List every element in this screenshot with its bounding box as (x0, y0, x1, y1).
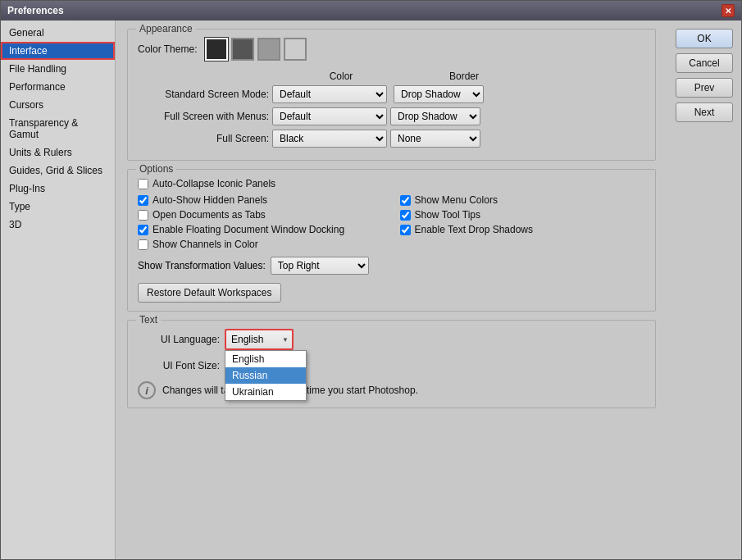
color-swatch-medium-gray[interactable] (257, 38, 280, 61)
standard-screen-mode-row: Standard Screen Mode: Default Drop Shado… (138, 85, 645, 103)
standard-screen-color-select[interactable]: Default (272, 85, 387, 103)
open-docs-tabs-label: Open Documents as Tabs (152, 209, 266, 221)
info-icon: i (138, 381, 156, 399)
auto-collapse-checkbox[interactable] (138, 179, 148, 189)
enable-floating-label: Enable Floating Document Window Docking (152, 224, 344, 235)
font-size-label: UI Font Size: (138, 360, 220, 371)
transform-select[interactable]: Top Right Bottom Right Bottom Left Top L… (271, 257, 369, 275)
title-bar: Preferences ✕ (1, 1, 741, 20)
show-channels-row: Show Channels in Color (138, 239, 384, 250)
options-section-label: Options (136, 163, 176, 175)
sidebar-item-guides-grid-slices[interactable]: Guides, Grid & Slices (1, 162, 115, 180)
open-docs-tabs-row: Open Documents as Tabs (138, 209, 384, 221)
next-button[interactable]: Next (676, 102, 733, 122)
show-channels-label: Show Channels in Color (152, 239, 258, 250)
fullscreen-menus-border-select[interactable]: Drop Shadow (390, 107, 480, 125)
standard-screen-mode-label: Standard Screen Mode: (138, 89, 269, 100)
auto-show-checkbox[interactable] (138, 195, 148, 206)
sidebar-item-type[interactable]: Type (1, 198, 115, 216)
sidebar-item-plug-ins[interactable]: Plug-Ins (1, 180, 115, 198)
info-row: i Changes will take effect the next time… (138, 381, 645, 399)
language-dropdown-trigger[interactable]: English (226, 330, 292, 348)
text-section: Text UI Language: English English Russia… (127, 320, 656, 408)
transform-row: Show Transformation Values: Top Right Bo… (138, 257, 645, 275)
enable-text-drop-checkbox[interactable] (400, 225, 411, 235)
fullscreen-menus-label: Full Screen with Menus: (138, 111, 269, 122)
language-row: UI Language: English English Russian Ukr… (138, 329, 645, 350)
color-col-header: Color (275, 71, 407, 82)
appearance-section-label: Appearance (136, 23, 196, 34)
transform-label: Show Transformation Values: (138, 260, 266, 271)
show-tool-tips-checkbox[interactable] (400, 210, 411, 221)
sidebar-item-transparency-gamut[interactable]: Transparency & Gamut (1, 114, 115, 143)
right-buttons: OK Cancel Prev Next (667, 20, 741, 559)
border-col-header: Border (407, 71, 521, 82)
sidebar-item-performance[interactable]: Performance (1, 78, 115, 96)
cancel-button[interactable]: Cancel (676, 53, 733, 73)
sidebar: General Interface File Handling Performa… (1, 20, 116, 559)
color-swatch-light-gray[interactable] (284, 38, 307, 61)
fullscreen-menus-row: Full Screen with Menus: Default Drop Sha… (138, 107, 645, 125)
title-bar-left: Preferences (7, 5, 64, 16)
options-section: Options Auto-Collapse Iconic Panels Auto… (127, 169, 656, 312)
enable-floating-row: Enable Floating Document Window Docking (138, 224, 384, 235)
enable-text-drop-row: Enable Text Drop Shadows (400, 224, 646, 235)
auto-collapse-label: Auto-Collapse Iconic Panels (152, 178, 275, 189)
options-grid: Auto-Show Hidden Panels Show Menu Colors… (138, 194, 645, 250)
standard-screen-border-select[interactable]: Drop Shadow (394, 85, 484, 103)
fullscreen-row: Full Screen: Black None (138, 130, 645, 148)
show-channels-checkbox[interactable] (138, 239, 148, 250)
enable-floating-checkbox[interactable] (138, 225, 148, 235)
close-button[interactable]: ✕ (722, 4, 735, 17)
auto-show-label: Auto-Show Hidden Panels (152, 194, 267, 206)
sidebar-item-file-handling[interactable]: File Handling (1, 60, 115, 78)
fullscreen-border-select[interactable]: None (390, 130, 480, 148)
ok-button[interactable]: OK (676, 29, 733, 48)
color-theme-label: Color Theme: (138, 43, 197, 55)
sidebar-item-3d[interactable]: 3D (1, 216, 115, 234)
auto-collapse-row: Auto-Collapse Iconic Panels (138, 178, 645, 189)
language-label: UI Language: (138, 334, 220, 345)
language-dropdown-menu: English Russian Ukrainian (225, 350, 307, 401)
fullscreen-label: Full Screen: (138, 133, 269, 144)
auto-show-row: Auto-Show Hidden Panels (138, 194, 384, 206)
sidebar-item-cursors[interactable]: Cursors (1, 96, 115, 114)
show-menu-colors-checkbox[interactable] (400, 195, 411, 206)
fullscreen-color-select[interactable]: Black (272, 130, 387, 148)
color-swatch-black[interactable] (205, 38, 228, 61)
show-tool-tips-row: Show Tool Tips (400, 209, 646, 221)
color-swatch-dark-gray[interactable] (231, 38, 254, 61)
restore-default-workspaces-button[interactable]: Restore Default Workspaces (138, 283, 281, 303)
dialog-title: Preferences (7, 5, 64, 16)
language-dropdown-container: English English Russian Ukrainian (225, 329, 294, 350)
enable-text-drop-label: Enable Text Drop Shadows (415, 224, 534, 235)
show-tool-tips-label: Show Tool Tips (415, 209, 481, 221)
sidebar-item-interface[interactable]: Interface (1, 42, 115, 60)
color-theme-row: Color Theme: (138, 38, 645, 61)
language-selected-value: English (231, 334, 263, 345)
open-docs-tabs-checkbox[interactable] (138, 210, 148, 221)
language-option-english[interactable]: English (225, 351, 306, 367)
show-menu-colors-row: Show Menu Colors (400, 194, 646, 206)
text-section-label: Text (136, 314, 161, 326)
fullscreen-menus-color-select[interactable]: Default (272, 107, 387, 125)
dialog-body: General Interface File Handling Performa… (1, 20, 741, 559)
appearance-section: Appearance Color Theme: Color Border Sta… (127, 29, 656, 161)
language-dropdown-border: English (225, 329, 294, 350)
main-content: Appearance Color Theme: Color Border Sta… (116, 20, 667, 559)
language-option-russian[interactable]: Russian (225, 367, 306, 384)
sidebar-item-general[interactable]: General (1, 24, 115, 42)
prev-button[interactable]: Prev (676, 78, 733, 98)
preferences-dialog: Preferences ✕ General Interface File Han… (0, 0, 742, 560)
show-menu-colors-label: Show Menu Colors (415, 194, 498, 206)
language-option-ukrainian[interactable]: Ukrainian (225, 384, 306, 400)
restore-btn-container: Restore Default Workspaces (138, 283, 645, 303)
font-size-row: UI Font Size: Small Medium Large (138, 357, 645, 375)
sidebar-item-units-rulers[interactable]: Units & Rulers (1, 143, 115, 162)
